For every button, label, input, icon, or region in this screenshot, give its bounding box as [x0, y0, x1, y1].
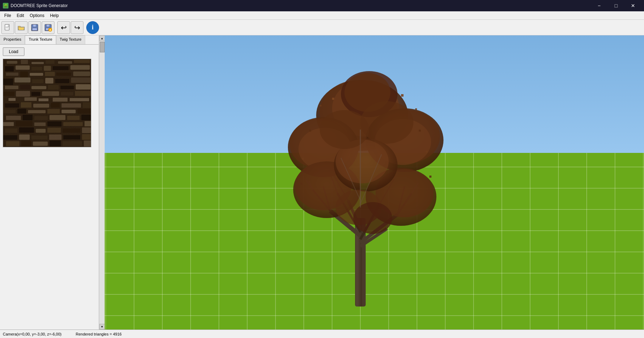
- svg-rect-96: [63, 141, 82, 146]
- svg-rect-86: [3, 135, 17, 140]
- svg-rect-144: [415, 108, 417, 110]
- svg-rect-33: [3, 79, 13, 85]
- title-text: DOOMTREE Sprite Generator: [11, 3, 68, 8]
- camera-status: Camera(x=0,00, y=-3,00, z=-6,00): [3, 332, 62, 336]
- close-button[interactable]: ✕: [625, 0, 641, 11]
- svg-rect-26: [70, 65, 90, 70]
- svg-rect-69: [23, 115, 33, 120]
- svg-rect-146: [309, 130, 311, 132]
- svg-rect-72: [67, 116, 80, 120]
- svg-rect-50: [75, 91, 91, 96]
- svg-rect-39: [5, 86, 18, 89]
- svg-rect-17: [31, 62, 44, 64]
- svg-rect-38: [71, 78, 91, 83]
- svg-rect-62: [3, 110, 16, 113]
- svg-rect-57: [21, 102, 31, 108]
- open-button[interactable]: [15, 21, 28, 34]
- svg-rect-55: [70, 98, 89, 101]
- tab-trunk-texture[interactable]: Trunk Texture: [25, 35, 56, 44]
- svg-rect-149: [429, 176, 431, 178]
- svg-rect-31: [56, 73, 71, 76]
- svg-rect-22: [16, 65, 30, 70]
- svg-rect-95: [50, 141, 61, 146]
- svg-rect-35: [32, 79, 43, 83]
- svg-rect-60: [62, 103, 81, 108]
- menu-help[interactable]: Help: [47, 12, 62, 19]
- app-icon: 🌳: [3, 3, 8, 8]
- menu-file[interactable]: File: [1, 12, 14, 19]
- svg-rect-59: [51, 103, 60, 108]
- svg-rect-76: [34, 122, 46, 126]
- maximize-button[interactable]: □: [608, 0, 624, 11]
- svg-rect-56: [5, 103, 19, 108]
- svg-rect-53: [39, 98, 48, 101]
- svg-rect-75: [16, 121, 33, 126]
- texture-display: [3, 59, 91, 147]
- menu-options[interactable]: Options: [27, 12, 47, 19]
- svg-text:A: A: [49, 29, 51, 31]
- title-controls: − □ ✕: [591, 0, 641, 11]
- svg-rect-37: [55, 79, 69, 83]
- svg-rect-27: [6, 73, 18, 76]
- menu-edit[interactable]: Edit: [14, 12, 27, 19]
- svg-rect-141: [332, 98, 334, 100]
- svg-rect-145: [419, 130, 421, 132]
- tab-twig-texture[interactable]: Twig Texture: [56, 35, 86, 44]
- svg-rect-25: [53, 66, 69, 70]
- svg-rect-42: [48, 85, 59, 90]
- main-content: Properties Trunk Texture Twig Texture Lo…: [0, 35, 644, 330]
- svg-rect-15: [7, 61, 17, 64]
- svg-rect-32: [73, 71, 90, 76]
- status-bar: Camera(x=0,00, y=-3,00, z=-6,00) Rendere…: [0, 330, 644, 338]
- save-button[interactable]: [28, 21, 41, 34]
- svg-rect-84: [63, 128, 80, 133]
- svg-rect-21: [5, 66, 14, 71]
- scroll-up-arrow[interactable]: ▲: [99, 35, 105, 41]
- svg-rect-82: [36, 129, 46, 133]
- svg-rect-90: [63, 135, 80, 139]
- svg-rect-65: [47, 109, 60, 114]
- svg-rect-73: [81, 115, 91, 120]
- svg-rect-20: [74, 60, 90, 63]
- info-button[interactable]: i: [86, 21, 99, 34]
- undo-button[interactable]: ↩: [57, 21, 70, 34]
- svg-rect-48: [42, 91, 59, 96]
- svg-rect-63: [17, 109, 26, 114]
- svg-rect-19: [58, 61, 72, 64]
- svg-rect-68: [6, 116, 21, 120]
- svg-rect-79: [85, 121, 91, 126]
- svg-rect-18: [46, 60, 54, 64]
- svg-rect-74: [3, 122, 14, 126]
- left-panel: Properties Trunk Texture Twig Texture Lo…: [0, 35, 99, 330]
- scroll-thumb[interactable]: [100, 42, 105, 52]
- viewport[interactable]: [105, 35, 644, 330]
- svg-rect-30: [45, 72, 55, 76]
- svg-rect-40: [20, 85, 30, 90]
- redo-button[interactable]: ↪: [71, 21, 83, 34]
- svg-rect-77: [47, 121, 62, 126]
- scroll-down-arrow[interactable]: ▼: [99, 324, 105, 330]
- svg-rect-49: [61, 92, 73, 96]
- svg-rect-143: [401, 94, 404, 97]
- svg-rect-81: [19, 127, 34, 133]
- tab-properties[interactable]: Properties: [0, 35, 25, 44]
- svg-rect-44: [76, 84, 91, 90]
- svg-rect-88: [31, 136, 47, 139]
- svg-rect-93: [21, 141, 31, 146]
- svg-rect-66: [62, 110, 76, 113]
- svg-rect-47: [31, 92, 40, 96]
- svg-rect-54: [53, 98, 68, 102]
- tabs-container: Properties Trunk Texture Twig Texture: [0, 35, 99, 45]
- new-button[interactable]: [1, 21, 14, 34]
- svg-rect-36: [45, 78, 53, 84]
- minimize-button[interactable]: −: [591, 0, 607, 11]
- svg-rect-64: [28, 110, 46, 113]
- svg-rect-92: [6, 141, 19, 146]
- svg-rect-148: [302, 158, 304, 160]
- svg-rect-41: [31, 86, 46, 89]
- svg-rect-24: [44, 66, 51, 71]
- svg-rect-5: [32, 28, 37, 30]
- load-button[interactable]: Load: [3, 47, 24, 56]
- save-as-button[interactable]: A: [42, 21, 54, 34]
- svg-rect-70: [34, 116, 48, 120]
